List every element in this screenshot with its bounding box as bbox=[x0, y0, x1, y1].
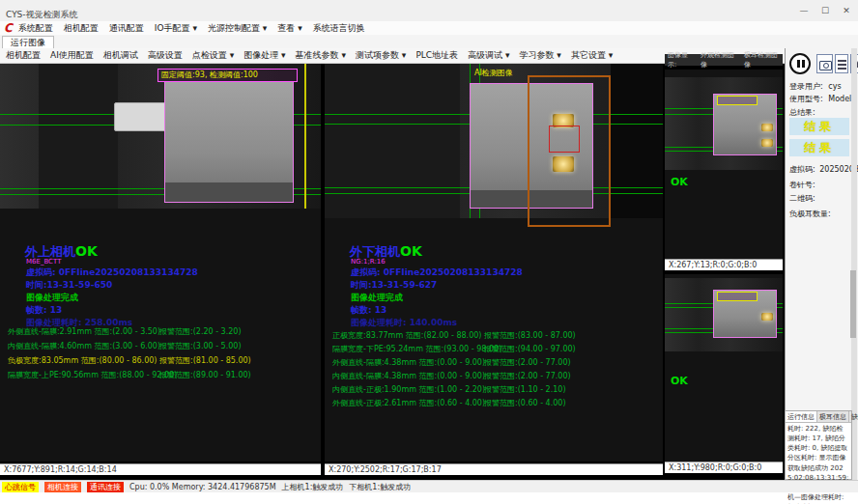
tool-spot-check[interactable]: 点检设置 ▾ bbox=[192, 49, 234, 62]
measure-value: 内侧直线-隔膜:4.38mm 范围:(0.00 - 9.00) bbox=[332, 371, 484, 381]
tool-advanced-debug[interactable]: 高级调试 ▾ bbox=[468, 49, 509, 62]
menu-language-switch[interactable]: 系统语言切换 bbox=[313, 22, 365, 35]
scrollbar-thumb[interactable] bbox=[850, 270, 856, 338]
tab-run-info[interactable]: 运行信息 bbox=[786, 411, 817, 422]
measurement-row: 外侧直线-正极:2.61mm 范围:(0.60 - 4.00) 报警范围:(0.… bbox=[332, 398, 566, 408]
measurement-row: 正极宽度:83.77mm 范围:(82.00 - 88.00) 报警范围:(83… bbox=[332, 330, 576, 341]
close-button[interactable]: ✕ bbox=[839, 5, 854, 17]
model-label: 使用型号: bbox=[789, 95, 823, 103]
alarm-range: 报警范围:(1.10 - 2.10) bbox=[484, 384, 566, 395]
tool-image-process[interactable]: 图像处理 ▾ bbox=[243, 49, 285, 62]
left-camera-view[interactable]: 固定阈值:93, 检测阈值:100 外上相机OK M6E_BCTT 虚拟码: 0… bbox=[0, 64, 321, 462]
menu-bar: C 系统配置 相机配置 通讯配置 IO手配置 ▾ 光源控制配置 ▾ 查看 ▾ 系… bbox=[0, 21, 858, 35]
machine-shadow bbox=[611, 64, 663, 218]
alarm-range: 报警范围:(83.00 - 87.00) bbox=[484, 330, 576, 341]
measure-value: 内侧直线-隔膜:4.60mm 范围:(3.00 - 6.00) bbox=[8, 341, 159, 351]
login-user-value: cys bbox=[828, 82, 841, 91]
mid-camera-view[interactable]: AI检测图像 外下相机OK NG:1;R:16 虚拟码: 0FFIine2025… bbox=[325, 64, 663, 462]
minimize-button[interactable]: — bbox=[796, 5, 812, 17]
weld-highlight bbox=[761, 124, 773, 131]
pause-button[interactable] bbox=[789, 53, 811, 74]
measurement-row: 外侧直线-隔膜:2.91mm 范围:(2.00 - 3.50) 报警范围:(2.… bbox=[8, 326, 242, 337]
weld-highlight bbox=[761, 139, 773, 147]
tool-test-params[interactable]: 测试项参数 ▾ bbox=[356, 49, 406, 62]
electrode-connector bbox=[114, 102, 166, 131]
tool-camera-config[interactable]: 相机配置 bbox=[6, 49, 41, 62]
ai-annotation: AI检测图像 bbox=[472, 68, 516, 78]
tab-tab-image[interactable]: 极耳检测图像 bbox=[744, 50, 783, 70]
tool-ai-config[interactable]: AI使用配置 bbox=[50, 49, 94, 62]
thumb-result-ok: OK bbox=[671, 176, 688, 188]
alarm-range: 报警范围:(3.00 - 5.00) bbox=[159, 341, 242, 351]
title-bar: CYS-视觉检测系统 — ☐ ✕ bbox=[0, 0, 858, 22]
alarm-range: 报警范围:(89.00 - 91.00) bbox=[159, 370, 251, 380]
comm-link-badge: 通讯连接 bbox=[87, 482, 124, 492]
snapshot-button[interactable] bbox=[816, 54, 833, 73]
measure-value: 隔膜宽度-下PE:95.24mm 范围:(93.00 - 98.00) bbox=[332, 344, 484, 354]
thumb-result-ok: OK bbox=[671, 375, 688, 387]
tab-count-label: 负极耳数量: bbox=[789, 209, 831, 219]
tab-defect-info[interactable]: 缺陷信息 bbox=[849, 411, 858, 422]
thumb-tab-label: 图像显示: bbox=[668, 50, 696, 70]
camera-name: 外上相机 bbox=[25, 244, 75, 259]
tool-advanced-settings[interactable]: 高级设置 bbox=[148, 49, 183, 62]
thumb-view-bottom[interactable]: OK bbox=[665, 274, 783, 462]
model-row: 使用型号: Model1 bbox=[789, 94, 856, 104]
barcode-line: 虚拟码: 0FFIine20250208133134728 bbox=[351, 266, 523, 279]
measure-value: 隔膜宽度-上PE:90.56mm 范围:(88.00 - 92.00) bbox=[8, 370, 159, 380]
layers-button[interactable] bbox=[835, 54, 848, 73]
tab-tab-info[interactable]: 极耳信息 bbox=[817, 411, 849, 422]
process-status: 图像处理完成 bbox=[26, 292, 78, 304]
menu-view[interactable]: 查看 ▾ bbox=[277, 22, 301, 35]
window-title: CYS-视觉检测系统 bbox=[6, 9, 78, 21]
camera-name: 外下相机 bbox=[350, 244, 400, 259]
frame-count: 帧数: 13 bbox=[351, 304, 386, 317]
measurement-row: 内侧直线-正极:1.90mm 范围:(1.00 - 2.20) 报警范围:(1.… bbox=[332, 384, 566, 395]
time-line: 时间:13-31-59-627 bbox=[351, 279, 437, 292]
frame-count: 帧数: 13 bbox=[26, 304, 62, 317]
tab-strip: 运行图像 bbox=[0, 35, 858, 49]
tool-baseline-params[interactable]: 基准线参数 ▾ bbox=[296, 49, 346, 62]
menu-io-config[interactable]: IO手配置 ▾ bbox=[155, 22, 197, 35]
menu-camera-config[interactable]: 相机配置 bbox=[64, 22, 99, 35]
main-workspace: 固定阈值:93, 检测阈值:100 外上相机OK M6E_BCTT 虚拟码: 0… bbox=[0, 64, 785, 480]
barcode-line: 虚拟码: 0FFIine20250208133134728 bbox=[26, 266, 198, 279]
thumb-bottom-coords: X:311;Y:980;R:0;G:0;B:0 bbox=[665, 462, 783, 473]
measure-value: 外侧直线-隔膜:4.38mm 范围:(0.00 - 9.00) bbox=[332, 357, 484, 368]
pin-number-label: 卷针号: bbox=[789, 180, 815, 190]
thumb-tab-bar: 图像显示: 外观检测图像 极耳检测图像 bbox=[665, 54, 783, 66]
mid-pixel-coords: X:270;Y:2502;R:17;G:17;B:17 bbox=[325, 463, 663, 475]
qrcode-label: 二维码: bbox=[789, 193, 815, 204]
tool-plc-address[interactable]: PLC地址表 bbox=[415, 49, 458, 62]
camera-link-badge: 相机连接 bbox=[44, 482, 81, 492]
heartbeat-badge: 心跳信号 bbox=[2, 482, 39, 492]
tab-appearance-image[interactable]: 外观检测图像 bbox=[701, 50, 739, 70]
info-panel: 运行信息 极耳信息 缺陷信息 耗时: 222, 缺陷检测耗时: 17, 缺陷分类… bbox=[785, 410, 852, 480]
result-ok: OK bbox=[400, 243, 422, 259]
measure-value: 内侧直线-正极:1.90mm 范围:(1.00 - 2.20) bbox=[332, 384, 484, 395]
tab-run-image[interactable]: 运行图像 bbox=[2, 36, 54, 48]
menu-system-config[interactable]: 系统配置 bbox=[18, 22, 53, 35]
vcode-label: 虚拟码: bbox=[789, 165, 815, 174]
defect-box bbox=[549, 126, 580, 153]
tool-learn-params[interactable]: 学习参数 ▾ bbox=[520, 49, 561, 62]
measurement-row: 负极宽度:83.05mm 范围:(80.00 - 86.00) 报警范围:(81… bbox=[8, 355, 251, 366]
yellow-guide-line bbox=[304, 64, 306, 209]
machine-shadow bbox=[325, 64, 460, 218]
result-badge-1: 结果 bbox=[789, 118, 849, 135]
tool-other-settings[interactable]: 其它设置 ▾ bbox=[571, 49, 613, 62]
total-result-label: 总结果: bbox=[789, 107, 815, 118]
menu-light-config[interactable]: 光源控制配置 ▾ bbox=[208, 22, 267, 35]
measure-value: 外侧直线-正极:2.61mm 范围:(0.60 - 4.00) bbox=[332, 398, 484, 408]
layers-icon bbox=[838, 60, 846, 62]
output-tag: M6E_BCTT bbox=[26, 258, 61, 266]
thumb-view-top[interactable]: OK bbox=[665, 70, 783, 259]
maximize-button[interactable]: ☐ bbox=[817, 5, 833, 17]
camera-icon bbox=[819, 61, 832, 70]
process-status: 图像处理完成 bbox=[351, 292, 403, 304]
alarm-range: 报警范围:(2.20 - 3.20) bbox=[159, 326, 242, 337]
machine-shadow bbox=[39, 64, 118, 209]
tool-camera-debug[interactable]: 相机调试 bbox=[103, 49, 138, 62]
menu-comm-config[interactable]: 通讯配置 bbox=[109, 22, 144, 35]
alarm-range: 报警范围:(2.00 - 77.00) bbox=[484, 371, 571, 381]
